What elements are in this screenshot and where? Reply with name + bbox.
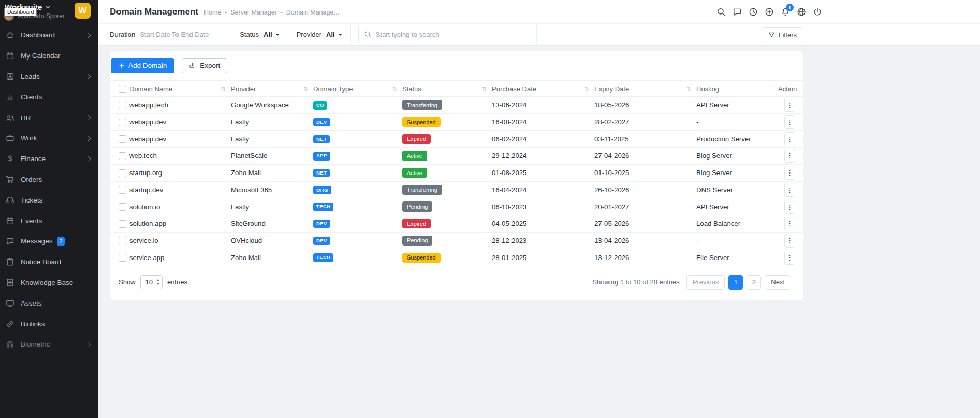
sidebar-item-label: Tickets [21, 196, 42, 204]
sidebar-item-biometric[interactable]: Biometric [0, 334, 98, 355]
domain-name[interactable]: webapp.dev [129, 118, 166, 126]
row-actions-button[interactable]: ⋮ [784, 200, 795, 214]
domain-name[interactable]: webapp.dev [129, 135, 166, 143]
plus-circle-button[interactable] [765, 7, 774, 17]
globe-button[interactable] [797, 7, 806, 17]
row-checkbox[interactable] [119, 237, 126, 244]
breadcrumb-item-server-manager[interactable]: Server Manager [230, 9, 277, 16]
expiry-date-cell: 01-10-2025 [594, 164, 696, 181]
row-actions-button[interactable]: ⋮ [784, 132, 795, 146]
link-icon [6, 320, 14, 328]
row-actions-button[interactable]: ⋮ [784, 98, 795, 112]
bell-button[interactable]: 1 [781, 7, 790, 17]
row-checkbox[interactable] [119, 135, 126, 143]
status-badge: Active [402, 151, 427, 161]
sidebar-item-events[interactable]: Events [0, 210, 98, 231]
column-header-provider[interactable]: Provider⇅ [231, 81, 313, 97]
row-checkbox[interactable] [119, 102, 126, 109]
column-header-status[interactable]: Status⇅ [402, 81, 492, 97]
row-checkbox[interactable] [119, 152, 126, 160]
export-button[interactable]: Export [182, 58, 227, 73]
sidebar-item-biolinks[interactable]: Biolinks [0, 313, 98, 334]
row-actions-button[interactable]: ⋮ [784, 217, 795, 230]
sidebar-item-my-calendar[interactable]: My Calendar [0, 46, 98, 66]
domain-name[interactable]: startup.dev [129, 186, 163, 194]
table-row: solution.appSiteGroundDEVExpired04-05-20… [110, 215, 803, 232]
domain-name[interactable]: service.app [129, 254, 164, 262]
sort-icon[interactable]: ⇅ [482, 85, 487, 92]
row-checkbox[interactable] [119, 186, 126, 194]
sidebar-item-finance[interactable]: Finance [0, 149, 98, 169]
breadcrumb-item-home[interactable]: Home [204, 9, 221, 16]
column-header-action: Action [778, 81, 803, 97]
sidebar-item-tickets[interactable]: Tickets [0, 190, 98, 210]
breadcrumb-item-domain-manage[interactable]: Domain Manage... [286, 9, 339, 16]
sidebar-item-assets[interactable]: Assets [0, 293, 98, 313]
sidebar-item-knowledge-base[interactable]: Knowledge Base [0, 272, 98, 293]
hosting-cell: DNS Server [696, 181, 778, 198]
purchase-date-cell: 29-12-2024 [492, 148, 594, 165]
row-actions-button[interactable]: ⋮ [784, 115, 795, 129]
table-header-row: Domain Name⇅Provider⇅Domain Type⇅Status⇅… [110, 81, 803, 97]
sidebar-item-label: Dashboard [21, 31, 55, 39]
select-all-checkbox[interactable] [119, 85, 126, 93]
power-icon [813, 7, 822, 17]
message-button[interactable] [733, 7, 742, 17]
content-area: Add Domain Export Domain Name⇅Provider⇅D… [98, 51, 980, 300]
expiry-date-cell: 13-04-2026 [594, 232, 696, 249]
column-header-domain-type[interactable]: Domain Type⇅ [313, 81, 402, 97]
previous-page-button[interactable]: Previous [686, 275, 725, 290]
domain-name[interactable]: startup.org [129, 169, 162, 177]
main-area: Domain Management Home•Server Manager•Do… [98, 0, 980, 418]
domain-name[interactable]: service.io [129, 237, 158, 244]
sort-icon[interactable]: ⇅ [686, 85, 691, 92]
filters-button[interactable]: Filters [762, 27, 803, 42]
row-actions-button[interactable]: ⋮ [784, 166, 795, 180]
domain-name[interactable]: webapp.tech [129, 101, 168, 109]
sidebar-item-notice-board[interactable]: Notice Board [0, 252, 98, 272]
column-header-purchase-date[interactable]: Purchase Date⇅ [492, 81, 594, 97]
domain-name[interactable]: solution.io [129, 203, 160, 211]
sidebar-item-orders[interactable]: Orders [0, 169, 98, 190]
sidebar-item-work[interactable]: Work [0, 128, 98, 149]
status-filter-dropdown[interactable]: Status All [231, 24, 288, 45]
table-row: webapp.techGoogle WorkspaceCOTransferrin… [110, 97, 803, 114]
domain-name[interactable]: web.tech [129, 152, 157, 160]
row-actions-button[interactable]: ⋮ [784, 183, 795, 197]
search-input[interactable] [376, 31, 523, 38]
sort-icon[interactable]: ⇅ [221, 85, 226, 92]
sidebar-item-dashboard[interactable]: Dashboard [0, 25, 98, 46]
entries-per-page-stepper[interactable]: 10 [140, 275, 163, 289]
page-1-button[interactable]: 1 [728, 275, 743, 290]
home-icon [6, 31, 14, 39]
row-checkbox[interactable] [119, 203, 126, 211]
row-checkbox[interactable] [119, 220, 126, 228]
page-2-button[interactable]: 2 [747, 275, 761, 290]
domain-name[interactable]: solution.app [129, 220, 166, 227]
search-button[interactable] [716, 7, 726, 17]
column-header-domain-name[interactable]: Domain Name⇅ [129, 81, 231, 97]
column-header-expiry-date[interactable]: Expiry Date⇅ [594, 81, 696, 97]
row-checkbox[interactable] [119, 169, 126, 177]
row-actions-button[interactable]: ⋮ [784, 149, 795, 163]
hosting-cell: API Server [696, 97, 778, 114]
provider-filter-dropdown[interactable]: Provider All [288, 24, 351, 45]
clock-button[interactable] [749, 7, 758, 17]
next-page-button[interactable]: Next [765, 275, 791, 290]
add-domain-button[interactable]: Add Domain [111, 58, 174, 73]
row-checkbox[interactable] [119, 119, 126, 126]
sidebar-item-clients[interactable]: Clients [0, 87, 98, 107]
purchase-date-cell: 16-08-2024 [492, 113, 594, 131]
sidebar-item-messages[interactable]: Messages2 [0, 231, 98, 252]
row-checkbox[interactable] [119, 254, 126, 262]
sidebar-item-hr[interactable]: HR [0, 107, 98, 128]
sort-icon[interactable]: ⇅ [584, 85, 589, 92]
sidebar-item-leads[interactable]: Leads [0, 66, 98, 87]
duration-range-input[interactable] [140, 31, 223, 38]
table-row: webapp.devFastlyNETExpired06-02-202403-1… [110, 131, 803, 148]
row-actions-button[interactable]: ⋮ [784, 251, 795, 265]
sort-icon[interactable]: ⇅ [303, 85, 308, 92]
row-actions-button[interactable]: ⋮ [784, 234, 795, 248]
sort-icon[interactable]: ⇅ [392, 85, 397, 92]
power-button[interactable] [813, 7, 822, 17]
